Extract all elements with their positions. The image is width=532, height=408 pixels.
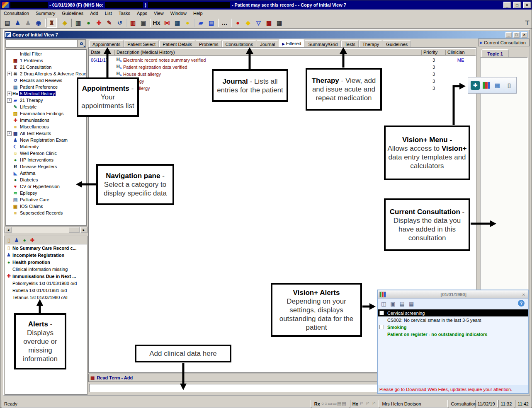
alert-item[interactable]: Poliomyelitis 1st 01/03/1980 o/d [5,280,87,287]
expander-box[interactable] [7,211,12,215]
expander-box[interactable] [7,105,12,109]
links-icon[interactable]: ⋈ [162,18,172,28]
sidebar-item[interactable]: + ☠ 2 Drug Allergies & Adverse Reac [6,70,86,77]
collapse-icon[interactable]: - [379,311,384,315]
record-tab[interactable]: Patient Details [159,40,195,48]
column-date[interactable]: Date [89,50,115,55]
menu-item[interactable]: View [151,10,167,17]
menu-item[interactable]: Window [167,10,190,17]
expander-box[interactable] [7,85,12,89]
search-input[interactable] [6,40,77,47]
vision-plus-alert-row[interactable]: CS002: No cervical smear in the last 3-5… [378,316,528,324]
alert-item[interactable]: ● Health promotion [5,258,87,266]
alert-item[interactable]: ✚ Immunisations Due in Next ... [5,273,87,280]
vision-plus-close-icon[interactable]: × [521,292,526,297]
sidebar-item[interactable]: ✎ Lifestyle [6,104,86,110]
vision-plus-alert-row[interactable]: - Smoking [378,324,528,331]
sidebar-item[interactable]: ♟ New Registration Exam [6,137,86,143]
template-icon[interactable]: ▩ [264,18,274,28]
sidebar-item[interactable]: ♥ CV or Hypertension [6,183,86,190]
expander-box[interactable] [7,204,12,209]
topic-tab[interactable]: Topic 1 [481,49,509,58]
sidebar-item[interactable]: ◣ Asthma [6,170,86,176]
immunisations-icon[interactable]: ✚ [94,18,104,28]
sidebar-item[interactable]: ▤ Patient Preference [6,84,86,90]
menu-item[interactable]: Apps [134,10,151,17]
expander-box[interactable] [7,198,12,202]
menu-item[interactable]: Guidelines [58,10,87,17]
preview-icon[interactable]: ◫ [381,301,386,307]
alert-item[interactable]: Rubella 1st 01/01/1981 o/d [5,287,87,294]
scroll-right-icon[interactable]: ► [80,227,87,233]
sidebar-item[interactable]: R Disease Registers [6,163,86,170]
record-tab[interactable]: Therapy [359,40,382,48]
sidebar-item[interactable]: ▦ 1 Problems [6,57,86,64]
sidebar-item[interactable]: ■ Miscellaneous [6,123,86,130]
allergy-icon[interactable]: ✎ [104,18,114,28]
sidebar-item[interactable]: Initial Filter [6,51,86,57]
scroll-track[interactable] [12,227,80,233]
close-button[interactable]: × [523,2,531,8]
scroll-left-icon[interactable]: ◄ [5,227,12,233]
current-consultation-header[interactable]: ▶ Current Consultation [478,39,530,46]
filter-icon[interactable]: ▽ [253,18,264,28]
restore-button[interactable]: □ [513,2,521,8]
vplus-journal-icon[interactable]: ▯ [505,81,514,90]
record-tab[interactable]: Filtered [279,39,304,48]
record-close-button[interactable]: × [521,32,527,38]
expander-box[interactable] [7,65,12,70]
sidebar-item[interactable]: ▤ Palliative Care [6,196,86,203]
menu-item[interactable]: List [102,10,115,17]
comment-icon[interactable]: ● [182,18,193,28]
record-tab[interactable]: Problems [196,40,221,48]
minimize-button[interactable]: _ [503,2,511,8]
help-icon[interactable]: ? [518,300,525,307]
expander-box[interactable] [7,58,12,63]
sidebar-item[interactable]: ▣ IOS Claims [6,203,86,210]
menu-item[interactable]: Add [87,10,102,17]
vision-plus-alert-row[interactable]: Patient on register - no outstanding ind… [378,331,528,338]
patient-groups-icon[interactable]: ♟ [23,18,33,28]
sidebar-item[interactable]: ☺ Well Person Clinic [6,150,86,157]
alert-item[interactable]: Clinical information missing [5,266,87,273]
sidebar-item[interactable]: + Hx 5 Medical History [6,90,86,97]
vplus-chart-icon[interactable] [483,82,490,89]
organiser-icon[interactable]: ▦ [274,18,284,28]
search-button[interactable] [77,40,85,47]
journal-row[interactable]: 06/11/17 Electronic record notes summary… [89,56,476,63]
print-icon[interactable]: ▣ [390,301,395,307]
scroll-thumb[interactable] [69,227,80,233]
expander-box[interactable] [7,171,12,176]
expander-box[interactable] [7,191,12,196]
menu-item[interactable]: Summary [32,10,58,17]
docman-icon[interactable]: ⊤ [522,18,532,28]
sidebar-item[interactable]: ▧ Examination Findings [6,110,86,117]
sidebar-item[interactable]: + ▩ All Test Results [6,130,86,137]
sidebar-item[interactable]: ■ Superseded Records [6,210,86,216]
expander-box[interactable] [7,184,12,189]
alert-item[interactable]: ▯ No Summary Care Record c... [5,244,87,251]
problem-highlight-icon[interactable]: ● [233,18,243,28]
sidebar-item[interactable]: + ▰ 21 Therapy [6,97,86,104]
notes-toolbar-icon[interactable]: ▤ [2,18,12,28]
form-icon[interactable]: ▦ [409,301,414,307]
expander-box[interactable] [7,178,12,182]
report-icon[interactable]: ▤ [400,301,405,307]
sidebar-item[interactable]: ♜ 21 Consultation [6,64,86,70]
record-minimize-button[interactable]: _ [505,32,512,38]
record-tab[interactable]: Appointments [89,40,124,48]
select-patient-icon[interactable]: ♟ [12,18,23,28]
sticky-note-icon[interactable]: ◈ [60,18,70,28]
medical-history-icon[interactable]: Hx [151,18,162,28]
expander-box[interactable] [7,164,12,169]
more-tools-icon[interactable]: … [219,18,230,28]
record-tab[interactable]: Summary/Grid [305,40,341,48]
expander-box[interactable] [7,158,12,162]
record-tab[interactable]: Consultations [222,40,257,48]
find-patient-icon[interactable]: ◉ [33,18,44,28]
vplus-add-icon[interactable]: ✚ [471,81,480,90]
sidebar-item[interactable]: ☾ Maternity [6,143,86,150]
menu-item[interactable]: Tasks [115,10,134,17]
sidebar-item[interactable]: ↺ Recalls and Reviews [6,77,86,84]
expander-box[interactable] [7,125,12,129]
